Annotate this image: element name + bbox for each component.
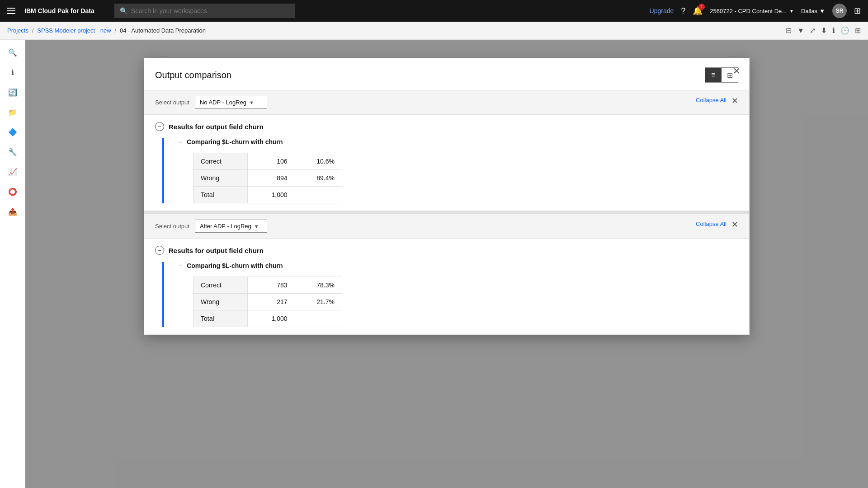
close-icon: ✕ bbox=[733, 66, 741, 76]
sidebar-item-files[interactable]: 📁 bbox=[4, 103, 22, 121]
panel-2-results-header[interactable]: − Results for output field churn bbox=[155, 246, 738, 255]
select-output-label-1: Select output bbox=[155, 99, 189, 106]
outputs-icon: ⭕ bbox=[8, 188, 17, 196]
row-value: 783 bbox=[248, 277, 295, 294]
breadcrumb-action-grid[interactable]: ⊞ bbox=[855, 26, 861, 35]
search-input[interactable] bbox=[131, 7, 290, 14]
panel-2-data-table: Correct 783 78.3% Wrong 217 21.7% bbox=[193, 277, 342, 327]
account-chevron-icon: ▼ bbox=[789, 9, 794, 14]
row-pct: 21.7% bbox=[295, 294, 342, 310]
breadcrumb-action-1[interactable]: ⊟ bbox=[786, 26, 792, 35]
row-value: 106 bbox=[248, 153, 295, 170]
breadcrumb-action-info[interactable]: ℹ bbox=[832, 26, 835, 35]
search-icon: 🔍 bbox=[120, 7, 127, 14]
sidebar-item-models[interactable]: 🔷 bbox=[4, 123, 22, 141]
sidebar-item-tools[interactable]: 🔧 bbox=[4, 143, 22, 161]
panel-1-compare-collapse-icon: − bbox=[179, 138, 182, 145]
panel-1-results-header[interactable]: − Results for output field churn bbox=[155, 122, 738, 131]
modal-title: Output comparison bbox=[155, 70, 231, 80]
upgrade-link[interactable]: Upgrade bbox=[650, 7, 674, 14]
table-row: Correct 106 10.6% bbox=[193, 153, 342, 170]
sidebar-item-graphs[interactable]: 📈 bbox=[4, 163, 22, 181]
row-pct-empty bbox=[295, 187, 342, 203]
row-value: 1,000 bbox=[248, 310, 295, 327]
sidebar-item-recent[interactable]: 🔄 bbox=[4, 83, 22, 101]
modal-header: Output comparison ≡ ⊞ ✕ bbox=[144, 58, 749, 90]
output-select-1-chevron: ▼ bbox=[249, 100, 254, 105]
breadcrumb-actions: ⊟ ▼ ⤢ ⬇ ℹ 🕓 ⊞ bbox=[786, 26, 861, 35]
account-switcher[interactable]: 2560722 - CPD Content De... ▼ bbox=[710, 8, 794, 14]
table-row: Total 1,000 bbox=[193, 310, 342, 327]
breadcrumb-action-chevron[interactable]: ▼ bbox=[797, 27, 804, 35]
panel-1-collapse-all[interactable]: Collapse All bbox=[696, 97, 726, 103]
panel-divider bbox=[144, 211, 749, 214]
notification-badge: 1 bbox=[698, 4, 705, 10]
output-select-2[interactable]: After ADP - LogReg ▼ bbox=[195, 220, 267, 233]
panel-1-collapse-icon: − bbox=[155, 122, 164, 131]
output-select-2-chevron: ▼ bbox=[254, 224, 259, 229]
hamburger-menu[interactable] bbox=[7, 8, 15, 14]
row-label: Total bbox=[193, 187, 248, 203]
tools-icon: 🔧 bbox=[8, 148, 17, 156]
output-panel-1: Select output No ADP - LogReg ▼ ✕ Collap… bbox=[144, 90, 749, 115]
row-pct: 78.3% bbox=[295, 277, 342, 294]
panel-2-compare-section: − Comparing $L-churn with churn Correct bbox=[179, 262, 738, 327]
panel-1-close-button[interactable]: ✕ bbox=[731, 96, 738, 106]
output-select-2-value: After ADP - LogReg bbox=[200, 223, 251, 230]
panel-2-table-wrap: Correct 783 78.3% Wrong 217 21.7% bbox=[193, 277, 738, 327]
output-select-1-value: No ADP - LogReg bbox=[200, 99, 246, 106]
panel-2-compare-header[interactable]: − Comparing $L-churn with churn bbox=[179, 262, 738, 269]
panel-2-collapse-all[interactable]: Collapse All bbox=[696, 221, 726, 227]
breadcrumb-sep-1: / bbox=[32, 28, 33, 34]
breadcrumb-action-download[interactable]: ⬇ bbox=[821, 26, 827, 35]
table-row: Wrong 894 89.4% bbox=[193, 170, 342, 187]
breadcrumb-project-name[interactable]: SPSS Modeler project - new bbox=[37, 27, 111, 34]
graphs-icon: 📈 bbox=[8, 168, 17, 176]
output-comparison-modal: Output comparison ≡ ⊞ ✕ bbox=[144, 58, 750, 335]
global-search[interactable]: 🔍 bbox=[114, 4, 295, 18]
topnav-right-area: Upgrade ? 🔔 1 2560722 - CPD Content De..… bbox=[650, 4, 861, 18]
modal-overlay: Output comparison ≡ ⊞ ✕ bbox=[25, 40, 868, 488]
user-avatar[interactable]: SR bbox=[832, 4, 847, 18]
panel-1-compare-header[interactable]: − Comparing $L-churn with churn bbox=[179, 138, 738, 145]
output-select-1[interactable]: No ADP - LogReg ▼ bbox=[195, 96, 267, 109]
sidebar-item-outputs[interactable]: ⭕ bbox=[4, 183, 22, 201]
main-layout: 🔍 ℹ 🔄 📁 🔷 🔧 📈 ⭕ 📤 bbox=[0, 40, 868, 488]
row-label: Correct bbox=[193, 277, 248, 294]
breadcrumb-action-2[interactable]: ⤢ bbox=[810, 26, 816, 35]
region-selector[interactable]: Dallas ▼ bbox=[801, 8, 825, 14]
region-name: Dallas bbox=[801, 8, 817, 14]
table-row: Wrong 217 21.7% bbox=[193, 294, 342, 310]
panel-1-compare-title: Comparing $L-churn with churn bbox=[187, 138, 283, 145]
breadcrumb-action-history[interactable]: 🕓 bbox=[840, 26, 849, 35]
export-icon: 📤 bbox=[8, 207, 17, 216]
panel-2-close-button[interactable]: ✕ bbox=[731, 220, 738, 230]
sidebar: 🔍 ℹ 🔄 📁 🔷 🔧 📈 ⭕ 📤 bbox=[0, 40, 25, 488]
sidebar-item-search[interactable]: 🔍 bbox=[4, 43, 22, 61]
row-pct-empty bbox=[295, 310, 342, 327]
main-content: Output comparison ≡ ⊞ ✕ bbox=[25, 40, 868, 488]
sidebar-item-export[interactable]: 📤 bbox=[4, 202, 22, 221]
help-icon[interactable]: ? bbox=[681, 6, 685, 16]
panel-1-table-wrap: Correct 106 10.6% Wrong 894 89.4% bbox=[193, 153, 738, 203]
app-switcher-icon[interactable]: ⊞ bbox=[854, 6, 861, 16]
app-brand: IBM Cloud Pak for Data bbox=[24, 7, 94, 14]
panel-2-compare-collapse-icon: − bbox=[179, 262, 182, 269]
row-value: 894 bbox=[248, 170, 295, 187]
search-icon: 🔍 bbox=[8, 48, 17, 57]
view-list-button[interactable]: ≡ bbox=[705, 68, 722, 82]
select-output-label-2: Select output bbox=[155, 223, 189, 230]
panel-2-compare-title: Comparing $L-churn with churn bbox=[187, 262, 283, 269]
table-row: Correct 783 78.3% bbox=[193, 277, 342, 294]
account-name: 2560722 - CPD Content De... bbox=[710, 8, 787, 14]
output-panel-1-header: Select output No ADP - LogReg ▼ ✕ Collap… bbox=[144, 90, 749, 114]
breadcrumb: Projects / SPSS Modeler project - new / … bbox=[0, 22, 868, 40]
notifications-icon[interactable]: 🔔 1 bbox=[693, 6, 703, 16]
models-icon: 🔷 bbox=[8, 128, 17, 136]
modal-close-button[interactable]: ✕ bbox=[729, 64, 744, 78]
sidebar-item-info[interactable]: ℹ bbox=[4, 63, 22, 81]
breadcrumb-projects[interactable]: Projects bbox=[7, 27, 28, 34]
list-view-icon: ≡ bbox=[711, 71, 715, 79]
panel-1-compare-section: − Comparing $L-churn with churn Correct bbox=[179, 138, 738, 203]
breadcrumb-sep-2: / bbox=[115, 28, 116, 34]
